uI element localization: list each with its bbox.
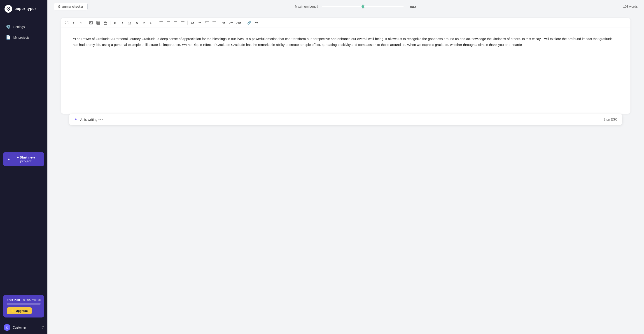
upgrade-button[interactable]: ⭐ Upgrade (7, 307, 32, 314)
editor-content[interactable]: #The Power of Gratitude: A Personal Jour… (61, 28, 630, 114)
toolbar-separator-3 (156, 21, 156, 25)
start-project-label: + Start new project (12, 155, 40, 163)
indent-button[interactable] (204, 20, 210, 25)
svg-rect-9 (160, 22, 163, 22)
main-content: Grammar checker Maximum Length 500 108 w… (48, 0, 644, 334)
start-new-project-button[interactable]: + + Start new project (3, 152, 44, 166)
svg-point-2 (90, 22, 91, 23)
underline-button[interactable]: U (126, 20, 133, 26)
redo-button[interactable]: ↪ (78, 20, 84, 26)
link-button[interactable]: 🔗 (246, 20, 252, 26)
svg-rect-17 (174, 24, 177, 24)
svg-rect-8 (104, 23, 107, 25)
projects-icon: 📄 (6, 35, 10, 40)
grammar-checker-button[interactable]: Grammar checker (54, 3, 88, 11)
highlight-button[interactable]: ✏ (141, 20, 147, 26)
sidebar-item-settings-label: Settings (13, 25, 25, 29)
ordered-list-button[interactable]: 1.▾ (189, 20, 196, 26)
plan-progress-bar (7, 303, 41, 305)
plus-icon: + (8, 157, 10, 161)
svg-rect-16 (175, 23, 177, 23)
align-center-button[interactable] (165, 20, 172, 25)
table-button[interactable] (95, 20, 102, 26)
sidebar-footer: C Customer ⤴ (0, 321, 48, 334)
ai-writing-bar: ✦ AI is writing ••• Stop ESC (69, 114, 622, 125)
svg-rect-19 (181, 23, 184, 23)
svg-rect-13 (167, 23, 169, 23)
user-name: Customer (13, 326, 26, 329)
svg-rect-20 (181, 24, 184, 24)
svg-rect-3 (97, 21, 100, 25)
align-left-button[interactable] (158, 20, 164, 25)
toolbar-separator-6 (244, 21, 244, 25)
undo-button[interactable]: ↩ (71, 20, 77, 26)
star-icon: ⭐ (11, 309, 14, 312)
plan-name: Free Plan (7, 298, 20, 301)
editor-toolbar: ⛶ ↩ ↪ B I U A ✏ S (61, 18, 630, 28)
topbar: Grammar checker Maximum Length 500 108 w… (48, 0, 644, 13)
sidebar-item-my-projects[interactable]: 📄 My projects (3, 33, 44, 42)
image-button[interactable] (88, 20, 94, 26)
upgrade-label: Upgrade (16, 309, 28, 312)
word-count: 108 words (623, 5, 638, 8)
text-color-button[interactable]: A (134, 20, 140, 26)
fullscreen-button[interactable]: ⛶ (64, 20, 70, 26)
svg-rect-12 (167, 22, 170, 22)
svg-rect-1 (90, 22, 92, 24)
toolbar-separator-2 (110, 21, 110, 25)
bold-button[interactable]: B (112, 20, 118, 26)
strikethrough-button[interactable]: S (148, 20, 154, 26)
toolbar-separator-4 (188, 21, 188, 25)
align-justify-button[interactable] (180, 20, 186, 25)
plan-words: 0 /500 Words (23, 298, 41, 301)
svg-rect-14 (167, 24, 170, 24)
user-info: C Customer (4, 324, 26, 331)
toolbar-separator-1 (86, 21, 86, 25)
sidebar-item-settings[interactable]: ⚙️ Settings (3, 22, 44, 32)
sidebar: paper typer ⚙️ Settings 📄 My projects + … (0, 0, 48, 334)
logout-icon[interactable]: ⤴ (42, 325, 44, 330)
ai-text-label: AI is writing (80, 118, 98, 121)
svg-rect-18 (181, 22, 184, 22)
unordered-list-button[interactable]: •▾ (196, 20, 203, 26)
max-length-slider[interactable] (322, 6, 404, 7)
align-right-button[interactable] (172, 20, 178, 25)
logo-icon (4, 5, 12, 13)
svg-rect-10 (160, 23, 162, 23)
lock-button[interactable] (102, 20, 108, 26)
sidebar-logo: paper typer (0, 0, 48, 18)
outdent-button[interactable] (211, 20, 217, 25)
quote-button[interactable]: ❝▾ (253, 20, 260, 26)
ai-writing-text: AI is writing ••• (80, 118, 104, 121)
text-style-button[interactable]: A▾ (228, 20, 234, 26)
avatar: C (4, 324, 10, 331)
sidebar-item-projects-label: My projects (13, 36, 30, 39)
plan-card: Free Plan 0 /500 Words ⭐ Upgrade (3, 295, 44, 317)
ai-bar-left: ✦ AI is writing ••• (74, 117, 104, 122)
ai-dots: ••• (98, 118, 104, 121)
editor-card: ⛶ ↩ ↪ B I U A ✏ S (61, 18, 630, 114)
italic-button[interactable]: I (119, 20, 126, 26)
sidebar-nav: ⚙️ Settings 📄 My projects (0, 18, 48, 150)
max-length-value: 500 (407, 5, 416, 9)
svg-rect-11 (160, 24, 163, 24)
stop-button[interactable]: Stop ESC (604, 118, 617, 121)
paragraph-button[interactable]: ¶▾ (220, 20, 227, 26)
editor-area: ⛶ ↩ ↪ B I U A ✏ S (48, 13, 644, 334)
svg-rect-15 (174, 22, 177, 22)
ai-star-icon: ✦ (74, 117, 78, 122)
max-length-section: Maximum Length 500 (92, 5, 618, 9)
svg-point-0 (8, 8, 9, 9)
max-length-label: Maximum Length (295, 5, 319, 8)
settings-icon: ⚙️ (6, 25, 10, 29)
logo-text: paper typer (14, 7, 36, 11)
font-size-button[interactable]: Aa▾ (235, 20, 242, 26)
toolbar-separator-5 (219, 21, 219, 25)
